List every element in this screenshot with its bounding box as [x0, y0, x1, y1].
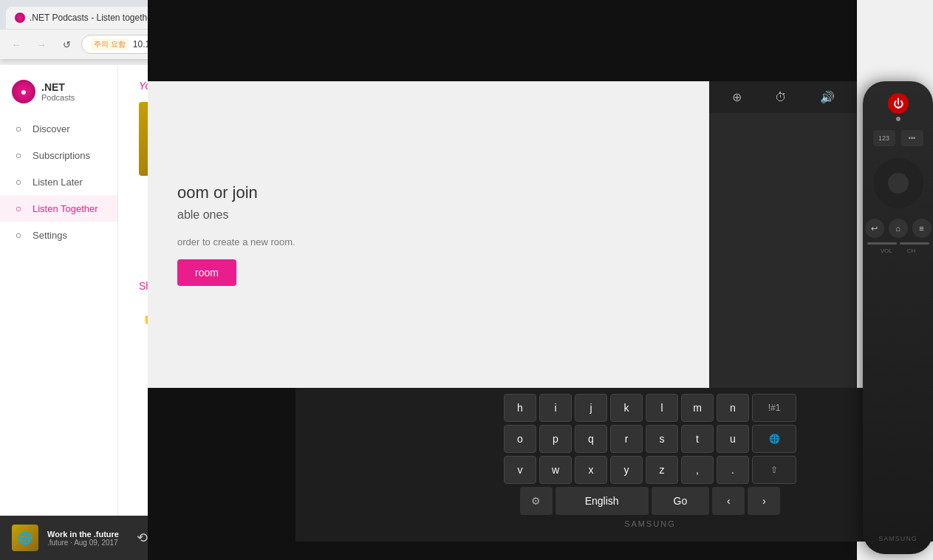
key-i[interactable]: i [539, 394, 572, 422]
keyboard-bottom-row: ⚙ English Go ‹ › [298, 487, 933, 515]
key-h[interactable]: h [504, 394, 536, 422]
key-m[interactable]: m [681, 394, 714, 422]
refresh-button[interactable]: ↺ [56, 34, 77, 55]
tv-right-panel: ⊕ ⏱ 🔊 [709, 81, 857, 388]
key-n[interactable]: n [717, 394, 749, 422]
key-period[interactable]: . [717, 456, 749, 484]
key-k[interactable]: k [610, 394, 643, 422]
keyboard-overlay: h i j k l m n !#1 o p q r s t u 🌐 v w x … [295, 388, 933, 542]
key-right-arrow[interactable]: › [748, 487, 780, 515]
logo-podcasts: Podcasts [41, 93, 75, 102]
remote-ch-bar [900, 242, 929, 245]
remote-power-button[interactable]: ⏻ [888, 93, 909, 114]
key-u[interactable]: u [717, 425, 749, 453]
samsung-keyboard-branding: SAMSUNG [298, 515, 933, 533]
sidebar-item-label-discover: Discover [33, 123, 70, 134]
remote-nav-row: ↩ ⌂ ≡ [865, 219, 932, 238]
key-w[interactable]: w [539, 456, 572, 484]
key-go[interactable]: Go [652, 487, 710, 515]
sidebar-logo: ● .NET Podcasts [0, 74, 117, 115]
back-button[interactable]: ← [6, 34, 27, 55]
key-y[interactable]: y [610, 456, 643, 484]
key-x[interactable]: x [575, 456, 607, 484]
sidebar-item-subscriptions[interactable]: ○ Subscriptions [0, 142, 117, 168]
key-z[interactable]: z [646, 456, 678, 484]
tv-overlay: oom or join able ones order to create a … [148, 0, 857, 560]
remote-vol-row [867, 242, 929, 245]
sidebar-item-settings[interactable]: ○ Settings [0, 222, 117, 248]
sidebar-item-listen-later[interactable]: ○ Listen Later [0, 168, 117, 195]
sidebar-nav: ○ Discover ○ Subscriptions ○ Listen Late… [0, 115, 117, 248]
tv-volume-icon[interactable]: 🔊 [820, 90, 835, 104]
keyboard-row-1: h i j k l m n !#1 [298, 394, 933, 422]
vol-label: VOL [881, 247, 892, 254]
tv-content-area: oom or join able ones order to create a … [148, 81, 857, 388]
key-language[interactable]: English [556, 487, 649, 515]
key-j[interactable]: j [575, 394, 607, 422]
sidebar-item-label-settings: Settings [33, 230, 67, 241]
skip-back-button[interactable]: ⟲ [137, 530, 148, 546]
key-globe[interactable]: 🌐 [752, 425, 796, 453]
remote-vol-ch-labels: VOL CH [881, 247, 916, 254]
settings-icon: ○ [12, 229, 25, 241]
keyboard-row-2: o p q r s t u 🌐 [298, 425, 933, 453]
key-v[interactable]: v [504, 456, 536, 484]
remote-mic-indicator [896, 117, 900, 121]
logo-net: .NET [41, 81, 75, 93]
remote-dpad-center[interactable] [888, 173, 909, 194]
remote-home-button[interactable]: ⌂ [889, 219, 908, 238]
player-track-title: Work in the .future [47, 530, 119, 539]
key-l[interactable]: l [646, 394, 678, 422]
samsung-remote: ⏻ 123 ••• ↩ ⌂ ≡ VOL CH SAMSUNG [863, 81, 933, 554]
remote-dots-button[interactable]: ••• [901, 130, 923, 146]
tv-create-room-button[interactable]: room [177, 259, 236, 286]
player-thumbnail: 🌐 [12, 525, 38, 551]
player-track-info: Work in the .future .future · Aug 09, 20… [47, 530, 119, 547]
key-s[interactable]: s [646, 425, 678, 453]
key-special-chars[interactable]: !#1 [752, 394, 796, 422]
remote-back-button[interactable]: ↩ [865, 219, 884, 238]
key-q[interactable]: q [575, 425, 607, 453]
tv-clock-icon[interactable]: ⏱ [775, 91, 787, 104]
tv-join-title: oom or join [177, 183, 680, 202]
sidebar: ● .NET Podcasts ○ Discover ○ Subscriptio… [0, 65, 118, 560]
key-left-arrow[interactable]: ‹ [712, 487, 745, 515]
tv-group-icon[interactable]: ⊕ [732, 90, 742, 104]
listen-later-icon: ○ [12, 176, 25, 188]
key-p[interactable]: p [539, 425, 572, 453]
logo-text: .NET Podcasts [41, 81, 75, 102]
remote-btn-row-1: 123 ••• [873, 130, 923, 146]
listen-together-icon: ○ [12, 202, 25, 214]
tab-title: .NET Podcasts - Listen together [30, 13, 155, 23]
tv-screen: oom or join able ones order to create a … [148, 81, 857, 388]
key-r[interactable]: r [610, 425, 643, 453]
remote-samsung-branding: SAMSUNG [878, 535, 917, 542]
ch-label: CH [907, 247, 916, 254]
remote-dpad[interactable] [873, 158, 923, 208]
sidebar-item-listen-together[interactable]: ○ Listen Together [0, 195, 117, 222]
logo-icon: ● [12, 80, 35, 103]
keyboard-row-3: v w x y z , . ⇧ [298, 456, 933, 484]
key-t[interactable]: t [681, 425, 714, 453]
tv-join-panel: oom or join able ones order to create a … [148, 81, 709, 388]
sidebar-item-label-subscriptions: Subscriptions [33, 150, 90, 161]
forward-button[interactable]: → [31, 34, 52, 55]
tv-join-subtitle: able ones [177, 208, 680, 222]
subscriptions-icon: ○ [12, 149, 25, 161]
tv-right-icons: ⊕ ⏱ 🔊 [709, 81, 857, 113]
key-comma[interactable]: , [681, 456, 714, 484]
remote-menu-button[interactable]: ≡ [912, 219, 932, 238]
remote-123-button[interactable]: 123 [873, 130, 895, 146]
player-track-meta: .future · Aug 09, 2017 [47, 539, 119, 547]
key-o[interactable]: o [504, 425, 536, 453]
logo-dot: ● [21, 86, 27, 98]
discover-icon: ○ [12, 123, 25, 134]
remote-vol-bar [867, 242, 897, 245]
key-shift[interactable]: ⇧ [752, 456, 796, 484]
sidebar-item-label-listen-later: Listen Later [33, 177, 83, 188]
key-settings[interactable]: ⚙ [520, 487, 553, 515]
tv-join-info: order to create a new room. [177, 236, 680, 247]
sidebar-item-discover[interactable]: ○ Discover [0, 115, 117, 142]
tab-favicon-icon [15, 13, 25, 23]
sidebar-item-label-listen-together: Listen Together [33, 203, 98, 214]
